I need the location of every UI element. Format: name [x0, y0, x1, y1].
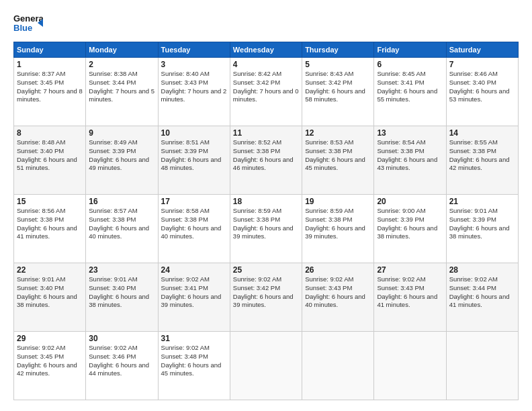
page: General Blue SundayMondayTuesdayWednesda… — [0, 0, 532, 411]
day-number: 20 — [377, 197, 443, 206]
calendar-cell: 7 Sunrise: 8:46 AMSunset: 3:40 PMDayligh… — [446, 58, 518, 126]
calendar: SundayMondayTuesdayWednesdayThursdayFrid… — [13, 42, 519, 400]
day-info: Sunrise: 8:49 AMSunset: 3:39 PMDaylight:… — [89, 138, 149, 171]
day-number: 8 — [17, 128, 83, 138]
day-number: 30 — [89, 334, 154, 343]
calendar-cell: 31 Sunrise: 9:02 AMSunset: 3:48 PMDaylig… — [158, 332, 230, 400]
day-info: Sunrise: 8:51 AMSunset: 3:39 PMDaylight:… — [161, 138, 222, 171]
day-number: 13 — [377, 128, 443, 138]
day-info: Sunrise: 8:37 AMSunset: 3:45 PMDaylight:… — [17, 70, 83, 103]
day-of-week-header: Sunday — [14, 42, 86, 58]
day-number: 5 — [305, 60, 371, 69]
day-number: 16 — [89, 197, 154, 206]
day-number: 25 — [233, 265, 299, 275]
calendar-cell: 12 Sunrise: 8:53 AMSunset: 3:38 PMDaylig… — [302, 126, 374, 195]
calendar-cell — [230, 332, 302, 400]
day-info: Sunrise: 9:02 AMSunset: 3:44 PMDaylight:… — [449, 275, 510, 308]
calendar-week-row: 15 Sunrise: 8:56 AMSunset: 3:38 PMDaylig… — [14, 195, 519, 263]
calendar-cell: 5 Sunrise: 8:43 AMSunset: 3:42 PMDayligh… — [302, 58, 374, 126]
day-info: Sunrise: 8:55 AMSunset: 3:38 PMDaylight:… — [449, 138, 510, 171]
calendar-cell: 22 Sunrise: 9:01 AMSunset: 3:40 PMDaylig… — [14, 263, 86, 332]
day-info: Sunrise: 9:00 AMSunset: 3:39 PMDaylight:… — [377, 207, 437, 240]
day-info: Sunrise: 9:02 AMSunset: 3:46 PMDaylight:… — [89, 344, 149, 377]
header: General Blue — [13, 11, 519, 35]
calendar-cell: 28 Sunrise: 9:02 AMSunset: 3:44 PMDaylig… — [446, 263, 518, 332]
day-number: 6 — [377, 60, 443, 69]
calendar-cell: 9 Sunrise: 8:49 AMSunset: 3:39 PMDayligh… — [86, 126, 158, 195]
calendar-cell: 15 Sunrise: 8:56 AMSunset: 3:38 PMDaylig… — [14, 195, 86, 263]
day-info: Sunrise: 8:58 AMSunset: 3:38 PMDaylight:… — [161, 207, 222, 240]
day-info: Sunrise: 8:52 AMSunset: 3:38 PMDaylight:… — [233, 138, 294, 171]
calendar-cell — [374, 332, 446, 400]
day-info: Sunrise: 8:40 AMSunset: 3:43 PMDaylight:… — [161, 70, 227, 103]
calendar-week-row: 8 Sunrise: 8:48 AMSunset: 3:40 PMDayligh… — [14, 126, 519, 195]
calendar-cell: 24 Sunrise: 9:02 AMSunset: 3:41 PMDaylig… — [158, 263, 230, 332]
day-info: Sunrise: 8:57 AMSunset: 3:38 PMDaylight:… — [89, 207, 149, 240]
day-info: Sunrise: 9:01 AMSunset: 3:39 PMDaylight:… — [449, 207, 510, 240]
logo-icon: General Blue — [13, 11, 43, 35]
calendar-cell: 13 Sunrise: 8:54 AMSunset: 3:38 PMDaylig… — [374, 126, 446, 195]
day-of-week-header: Monday — [86, 42, 158, 58]
calendar-cell: 2 Sunrise: 8:38 AMSunset: 3:44 PMDayligh… — [86, 58, 158, 126]
day-number: 24 — [161, 265, 227, 275]
day-info: Sunrise: 8:43 AMSunset: 3:42 PMDaylight:… — [305, 70, 365, 103]
day-number: 9 — [89, 128, 154, 138]
day-info: Sunrise: 8:53 AMSunset: 3:38 PMDaylight:… — [305, 138, 365, 171]
day-number: 7 — [449, 60, 515, 69]
calendar-cell: 30 Sunrise: 9:02 AMSunset: 3:46 PMDaylig… — [86, 332, 158, 400]
day-info: Sunrise: 8:48 AMSunset: 3:40 PMDaylight:… — [17, 138, 77, 171]
day-number: 23 — [89, 265, 154, 275]
day-number: 28 — [449, 265, 515, 275]
day-info: Sunrise: 9:02 AMSunset: 3:43 PMDaylight:… — [305, 275, 365, 308]
day-info: Sunrise: 8:46 AMSunset: 3:40 PMDaylight:… — [449, 70, 510, 103]
day-number: 22 — [17, 265, 83, 275]
day-of-week-header: Friday — [374, 42, 446, 58]
calendar-cell: 29 Sunrise: 9:02 AMSunset: 3:45 PMDaylig… — [14, 332, 86, 400]
day-info: Sunrise: 9:02 AMSunset: 3:48 PMDaylight:… — [161, 344, 222, 377]
calendar-week-row: 22 Sunrise: 9:01 AMSunset: 3:40 PMDaylig… — [14, 263, 519, 332]
logo: General Blue — [13, 11, 43, 35]
calendar-cell: 19 Sunrise: 8:59 AMSunset: 3:38 PMDaylig… — [302, 195, 374, 263]
calendar-cell: 26 Sunrise: 9:02 AMSunset: 3:43 PMDaylig… — [302, 263, 374, 332]
calendar-cell — [302, 332, 374, 400]
calendar-cell: 20 Sunrise: 9:00 AMSunset: 3:39 PMDaylig… — [374, 195, 446, 263]
svg-text:Blue: Blue — [13, 23, 32, 33]
calendar-cell: 11 Sunrise: 8:52 AMSunset: 3:38 PMDaylig… — [230, 126, 302, 195]
calendar-cell: 10 Sunrise: 8:51 AMSunset: 3:39 PMDaylig… — [158, 126, 230, 195]
day-info: Sunrise: 8:38 AMSunset: 3:44 PMDaylight:… — [89, 70, 154, 103]
calendar-cell: 16 Sunrise: 8:57 AMSunset: 3:38 PMDaylig… — [86, 195, 158, 263]
day-number: 14 — [449, 128, 515, 138]
day-info: Sunrise: 8:56 AMSunset: 3:38 PMDaylight:… — [17, 207, 77, 240]
day-of-week-header: Thursday — [302, 42, 374, 58]
calendar-cell: 4 Sunrise: 8:42 AMSunset: 3:42 PMDayligh… — [230, 58, 302, 126]
day-number: 31 — [161, 334, 227, 343]
day-number: 15 — [17, 197, 83, 206]
day-info: Sunrise: 9:01 AMSunset: 3:40 PMDaylight:… — [17, 275, 77, 308]
calendar-cell: 18 Sunrise: 8:59 AMSunset: 3:38 PMDaylig… — [230, 195, 302, 263]
day-info: Sunrise: 9:02 AMSunset: 3:42 PMDaylight:… — [233, 275, 294, 308]
calendar-cell: 14 Sunrise: 8:55 AMSunset: 3:38 PMDaylig… — [446, 126, 518, 195]
day-number: 4 — [233, 60, 299, 69]
day-number: 21 — [449, 197, 515, 206]
day-info: Sunrise: 9:02 AMSunset: 3:45 PMDaylight:… — [17, 344, 77, 377]
calendar-week-row: 1 Sunrise: 8:37 AMSunset: 3:45 PMDayligh… — [14, 58, 519, 126]
day-number: 12 — [305, 128, 371, 138]
day-info: Sunrise: 9:02 AMSunset: 3:43 PMDaylight:… — [377, 275, 437, 308]
svg-text:General: General — [13, 13, 43, 24]
calendar-cell: 8 Sunrise: 8:48 AMSunset: 3:40 PMDayligh… — [14, 126, 86, 195]
calendar-cell: 1 Sunrise: 8:37 AMSunset: 3:45 PMDayligh… — [14, 58, 86, 126]
calendar-cell: 27 Sunrise: 9:02 AMSunset: 3:43 PMDaylig… — [374, 263, 446, 332]
calendar-cell: 3 Sunrise: 8:40 AMSunset: 3:43 PMDayligh… — [158, 58, 230, 126]
calendar-header-row: SundayMondayTuesdayWednesdayThursdayFrid… — [14, 42, 519, 58]
day-info: Sunrise: 9:01 AMSunset: 3:40 PMDaylight:… — [89, 275, 149, 308]
calendar-cell: 6 Sunrise: 8:45 AMSunset: 3:41 PMDayligh… — [374, 58, 446, 126]
calendar-cell: 25 Sunrise: 9:02 AMSunset: 3:42 PMDaylig… — [230, 263, 302, 332]
day-number: 18 — [233, 197, 299, 206]
day-number: 11 — [233, 128, 299, 138]
day-number: 1 — [17, 60, 83, 69]
day-info: Sunrise: 8:59 AMSunset: 3:38 PMDaylight:… — [233, 207, 294, 240]
calendar-cell — [446, 332, 518, 400]
day-number: 27 — [377, 265, 443, 275]
day-number: 26 — [305, 265, 371, 275]
day-number: 10 — [161, 128, 227, 138]
